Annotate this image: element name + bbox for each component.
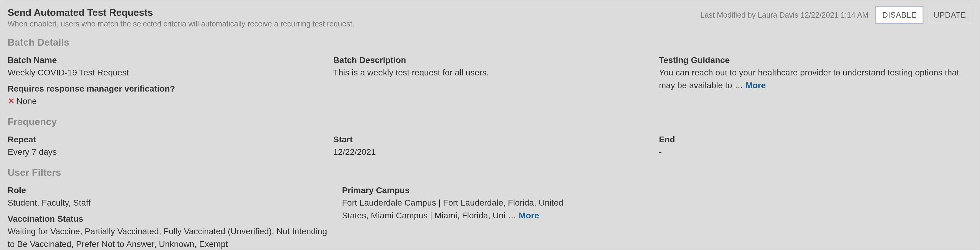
section-title-user-filters: User Filters (8, 167, 972, 178)
section-title-batch-details: Batch Details (8, 37, 972, 48)
panel-header: Send Automated Test Requests When enable… (8, 7, 972, 28)
requires-verification-text: None (16, 96, 37, 106)
update-button[interactable]: UPDATE (927, 7, 972, 23)
start-value: 12/22/2021 (333, 146, 646, 158)
primary-campus-value: Fort Lauderdale Campus | Fort Lauderdale… (342, 196, 585, 222)
testing-guidance-col: Testing Guidance You can reach out to yo… (659, 51, 972, 108)
end-col: End - (659, 130, 972, 158)
section-title-frequency: Frequency (8, 116, 972, 127)
requires-verification-label: Requires response manager verification? (8, 84, 321, 94)
header-left: Send Automated Test Requests When enable… (8, 7, 700, 28)
page-title: Send Automated Test Requests (8, 7, 700, 18)
role-value: Student, Faculty, Staff (8, 196, 330, 209)
repeat-col: Repeat Every 7 days (8, 130, 321, 158)
primary-campus-more-link[interactable]: More (519, 211, 539, 220)
filler-col (597, 181, 972, 250)
frequency-row: Repeat Every 7 days Start 12/22/2021 End… (8, 130, 972, 158)
batch-name-value: Weekly COVID-19 Test Request (8, 66, 321, 79)
start-label: Start (333, 135, 646, 145)
primary-campus-col: Primary Campus Fort Lauderdale Campus | … (342, 181, 585, 250)
testing-guidance-more-link[interactable]: More (745, 81, 766, 90)
batch-name-col: Batch Name Weekly COVID-19 Test Request … (8, 51, 321, 108)
repeat-label: Repeat (8, 135, 321, 145)
repeat-value: Every 7 days (8, 146, 321, 158)
vaccination-status-label: Vaccination Status (8, 214, 330, 224)
primary-campus-label: Primary Campus (342, 186, 585, 195)
user-filters-row: Role Student, Faculty, Staff Vaccination… (8, 181, 972, 250)
batch-description-value: This is a weekly test request for all us… (333, 66, 646, 79)
end-label: End (659, 135, 972, 145)
testing-guidance-text: You can reach out to your healthcare pro… (659, 68, 959, 90)
testing-guidance-label: Testing Guidance (659, 55, 972, 65)
batch-description-label: Batch Description (333, 55, 646, 65)
page-subtitle: When enabled, users who match the select… (8, 19, 700, 28)
role-col: Role Student, Faculty, Staff Vaccination… (8, 181, 330, 250)
batch-name-label: Batch Name (8, 55, 321, 65)
disable-button[interactable]: DISABLE (876, 7, 923, 23)
vaccination-status-value: Waiting for Vaccine, Partially Vaccinate… (8, 225, 330, 250)
start-col: Start 12/22/2021 (333, 130, 646, 158)
end-value: - (659, 146, 972, 158)
requires-verification-value: ✕None (8, 95, 321, 108)
last-modified: Last Modified by Laura Davis 12/22/2021 … (700, 11, 869, 19)
batch-details-row: Batch Name Weekly COVID-19 Test Request … (8, 51, 972, 108)
role-label: Role (8, 186, 330, 195)
x-icon: ✕ (8, 95, 14, 108)
automated-test-requests-panel: Send Automated Test Requests When enable… (0, 0, 980, 250)
header-right: Last Modified by Laura Davis 12/22/2021 … (700, 7, 972, 23)
testing-guidance-value: You can reach out to your healthcare pro… (659, 66, 972, 92)
batch-description-col: Batch Description This is a weekly test … (333, 51, 646, 108)
